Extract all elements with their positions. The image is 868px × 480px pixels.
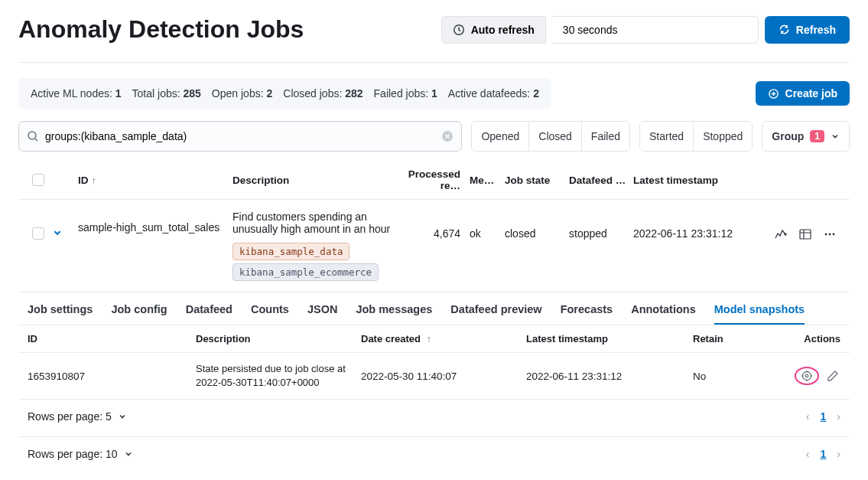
page-number[interactable]: 1 [821,448,827,460]
datafeed-value: stopped [569,211,633,240]
auto-refresh-button[interactable]: Auto refresh [441,16,546,44]
jobs-pager: Rows per page: 10 ‹ 1 › [18,436,850,471]
create-job-button[interactable]: Create job [756,81,850,106]
col-processed[interactable]: Processed re… [393,168,470,191]
clear-search-icon[interactable] [441,130,454,142]
jobs-table-header: ID↑ Description Processed re… Me… Job st… [18,161,850,200]
snapshot-retain: No [693,371,792,382]
snap-col-actions: Actions [792,333,840,344]
auto-refresh-label: Auto refresh [471,24,535,36]
snapshot-row: 1653910807 State persisted due to job cl… [18,353,850,400]
col-description[interactable]: Description [232,175,393,186]
plus-circle-icon [768,88,779,100]
revert-snapshot-icon[interactable] [799,368,814,384]
job-description: Find customers spending an unusually hig… [232,211,393,235]
snap-col-retain[interactable]: Retain [693,333,792,344]
col-datafeed[interactable]: Datafeed … [569,175,633,186]
snapshot-id: 1653910807 [28,371,196,382]
refresh-label: Refresh [796,24,836,36]
select-all-checkbox[interactable] [32,174,44,186]
latest-timestamp-value: 2022-06-11 23:31:12 [633,211,763,240]
view-results-icon[interactable] [773,227,788,242]
chevron-down-icon [124,449,133,459]
chevron-down-icon [118,412,127,421]
tab-json[interactable]: JSON [307,303,338,325]
stats-bar: Active ML nodes: 1 Total jobs: 285 Open … [18,78,551,109]
search-wrapper[interactable] [18,121,462,152]
clock-pause-icon [453,24,465,36]
processed-value: 4,674 [393,211,470,240]
tab-forecasts[interactable]: Forecasts [561,303,613,325]
filter-group[interactable]: Group 1 [762,122,849,151]
memory-value: ok [470,211,505,240]
snap-col-id[interactable]: ID [28,333,196,344]
refresh-button[interactable]: Refresh [765,16,850,44]
prev-page-icon[interactable]: ‹ [806,448,810,460]
edit-snapshot-icon[interactable] [825,368,840,384]
job-tabs: Job settings Job config Datafeed Counts … [18,292,850,325]
snapshot-latest-ts: 2022-06-11 23:31:12 [526,371,693,382]
snapshot-date: 2022-05-30 11:40:07 [361,371,526,382]
snapshot-description: State persisted due to job close at 2022… [196,362,361,390]
filter-closed[interactable]: Closed [529,122,582,151]
rows-per-page-outer[interactable]: Rows per page: 10 [28,448,133,460]
next-page-icon[interactable]: › [837,410,840,423]
svg-rect-5 [800,230,811,239]
snapshots-pager: Rows per page: 5 ‹ 1 › [18,400,850,433]
svg-point-6 [825,233,827,236]
job-id: sample-high_sum_total_sales [75,211,232,233]
tab-datafeed-preview[interactable]: Datafeed preview [450,303,541,325]
refresh-interval-input[interactable] [552,16,759,44]
expand-row-icon[interactable] [52,211,75,238]
next-page-icon[interactable]: › [837,448,840,460]
col-job-state[interactable]: Job state [505,175,569,186]
job-group-tag[interactable]: kibana_sample_data [232,243,349,260]
svg-point-4 [785,233,786,235]
tab-job-settings[interactable]: Job settings [28,303,93,325]
col-memory[interactable]: Me… [470,175,505,186]
prev-page-icon[interactable]: ‹ [806,410,810,423]
sort-asc-icon: ↑ [92,175,96,186]
group-count-badge: 1 [810,130,824,142]
page-number[interactable]: 1 [821,410,827,423]
search-icon [27,130,39,142]
refresh-icon [779,24,790,35]
create-job-label: Create job [785,87,837,100]
svg-point-7 [829,233,831,236]
more-actions-icon[interactable] [822,227,837,242]
tab-datafeed[interactable]: Datafeed [186,303,232,325]
tab-model-snapshots[interactable]: Model snapshots [714,303,805,325]
filter-stopped[interactable]: Stopped [694,122,752,151]
tab-counts[interactable]: Counts [251,303,289,325]
chevron-down-icon [831,132,840,141]
svg-point-2 [28,132,36,139]
view-job-icon[interactable] [798,227,813,242]
row-checkbox[interactable] [32,227,44,240]
rows-per-page-inner[interactable]: Rows per page: 5 [28,410,127,423]
svg-point-9 [803,372,811,380]
snap-col-latest-ts[interactable]: Latest timestamp [526,333,693,344]
filter-failed[interactable]: Failed [582,122,629,151]
filter-opened[interactable]: Opened [472,122,529,151]
snap-col-date-created[interactable]: Date created ↑ [361,333,526,344]
revert-snapshot-highlight [795,367,819,385]
tab-job-config[interactable]: Job config [111,303,167,325]
job-group-tag[interactable]: kibana_sample_ecommerce [232,263,379,281]
jobs-table-row: sample-high_sum_total_sales Find custome… [18,200,850,292]
search-input[interactable] [39,130,441,142]
filter-group-label: Group [772,130,804,142]
svg-point-10 [805,374,808,377]
snap-col-description[interactable]: Description [196,333,361,344]
col-latest-timestamp[interactable]: Latest timestamp [633,175,763,186]
tab-job-messages[interactable]: Job messages [356,303,432,325]
col-id[interactable]: ID↑ [75,175,232,186]
svg-point-8 [833,233,835,236]
snapshots-header: ID Description Date created ↑ Latest tim… [18,325,850,353]
job-state-value: closed [505,211,569,240]
sort-asc-icon: ↑ [427,334,431,344]
filter-started[interactable]: Started [640,122,694,151]
page-title: Anomaly Detection Jobs [18,15,304,44]
tab-annotations[interactable]: Annotations [631,303,696,325]
